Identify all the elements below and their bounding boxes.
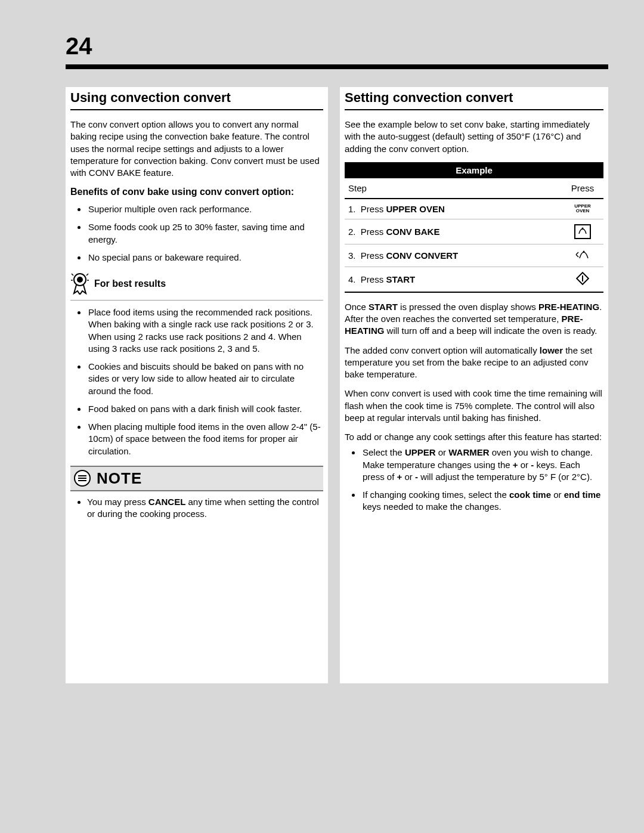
text: is pressed the oven display shows — [398, 302, 538, 312]
note-text: You may press — [87, 497, 148, 507]
start-icon — [576, 277, 589, 287]
upper-oven-icon: UPPEROVEN — [574, 204, 591, 213]
step-num: 2. — [348, 227, 356, 237]
conv-convert-icon — [575, 252, 590, 262]
list-item: Superior multiple oven rack performance. — [87, 203, 323, 215]
note-item: You may press CANCEL any time when setti… — [87, 496, 323, 521]
note-header: NOTE — [70, 466, 323, 491]
step-bold: CONV BAKE — [386, 227, 439, 237]
text: Select the — [363, 447, 405, 457]
step-pre: Press — [361, 204, 386, 214]
note-body: You may press CANCEL any time when setti… — [70, 491, 323, 525]
step-pre: Press — [361, 227, 386, 237]
text: will turn off and a beep will indicate t… — [384, 326, 597, 336]
bold: + — [513, 460, 518, 470]
page-number: 24 — [66, 33, 608, 60]
list-item: Some foods cook up 25 to 30% faster, sav… — [87, 221, 323, 246]
col-step: Step — [345, 178, 562, 199]
list-item: No special pans or bakeware required. — [87, 252, 323, 264]
step-num: 3. — [348, 250, 356, 261]
text: or — [436, 447, 449, 457]
top-rule — [66, 64, 608, 69]
example-table: Example Step Press 1. Press UPPER OVEN U… — [345, 162, 603, 293]
text: will adjust the temperature by 5° F (or … — [418, 472, 592, 482]
step-num: 1. — [348, 204, 356, 214]
press-cell — [562, 244, 603, 267]
best-results-list: Place food items using the recommended r… — [70, 306, 323, 457]
using-convection-title: Using convection convert — [70, 90, 323, 110]
setting-convection-intro: See the example below to set conv bake, … — [345, 119, 603, 155]
col-press: Press — [562, 178, 603, 199]
table-row: 1. Press UPPER OVEN UPPEROVEN — [345, 199, 603, 219]
best-results-heading: For best results — [94, 278, 166, 290]
svg-point-2 — [582, 227, 584, 229]
list-item: If changing cooking times, select the co… — [361, 489, 603, 513]
svg-point-1 — [77, 277, 83, 283]
press-cell — [562, 219, 603, 244]
two-column-layout: Using convection convert The conv conver… — [66, 87, 608, 683]
change-settings-list: Select the UPPER or WARMER oven you wish… — [345, 447, 603, 513]
using-convection-intro: The conv convert option allows you to co… — [70, 119, 323, 179]
para-lower: The added conv convert option will autom… — [345, 345, 603, 381]
right-column: Setting convection convert See the examp… — [340, 87, 608, 683]
step-cell: 2. Press CONV BAKE — [345, 219, 562, 244]
bold: START — [369, 302, 398, 312]
list-item: Food baked on pans with a dark finish wi… — [87, 403, 323, 415]
bold: + — [397, 472, 402, 482]
example-header: Example — [345, 162, 603, 178]
step-cell: 3. Press CONV CONVERT — [345, 244, 562, 267]
step-pre: Press — [361, 250, 386, 261]
left-column: Using convection convert The conv conver… — [66, 87, 328, 683]
note-box: NOTE You may press CANCEL any time when … — [70, 466, 323, 525]
benefits-list: Superior multiple oven rack performance.… — [70, 203, 323, 264]
text: If changing cooking times, select the — [363, 490, 509, 500]
step-pre: Press — [361, 274, 386, 284]
text: Once — [345, 302, 369, 312]
step-bold: START — [386, 274, 415, 284]
bold: WARMER — [448, 447, 489, 457]
note-icon — [74, 470, 91, 487]
list-item: When placing multiple food items in the … — [87, 421, 323, 457]
note-title: NOTE — [97, 469, 142, 488]
list-item: Select the UPPER or WARMER oven you wish… — [361, 447, 603, 483]
cancel-label: CANCEL — [148, 497, 186, 507]
step-bold: UPPER OVEN — [386, 204, 444, 214]
text: or — [551, 490, 564, 500]
table-row: 4. Press START — [345, 267, 603, 292]
text: or — [518, 460, 531, 470]
list-item: Cookies and biscuits should be baked on … — [87, 361, 323, 397]
table-row: 2. Press CONV BAKE — [345, 219, 603, 244]
para-change-intro: To add or change any cook settings after… — [345, 431, 603, 443]
bold: lower — [540, 345, 563, 355]
bold: end time — [564, 490, 601, 500]
setting-convection-title: Setting convection convert — [345, 90, 603, 110]
table-row: 3. Press CONV CONVERT — [345, 244, 603, 267]
step-bold: CONV CONVERT — [386, 250, 458, 261]
text: keys needed to make the changes. — [363, 501, 501, 512]
svg-point-3 — [583, 250, 585, 252]
bold: cook time — [509, 490, 551, 500]
press-cell — [562, 267, 603, 292]
text: The added conv convert option will autom… — [345, 345, 540, 355]
para-cooktime: When conv convert is used with cook time… — [345, 388, 603, 424]
step-cell: 1. Press UPPER OVEN — [345, 199, 562, 219]
text: or — [402, 472, 415, 482]
step-cell: 4. Press START — [345, 267, 562, 292]
para-preheating: Once START is pressed the oven display s… — [345, 301, 603, 337]
bold: UPPER — [405, 447, 436, 457]
press-cell: UPPEROVEN — [562, 199, 603, 219]
bold: PRE-HEATING — [538, 302, 599, 312]
step-num: 4. — [348, 274, 356, 284]
ribbon-icon — [70, 272, 89, 296]
benefits-heading: Benefits of conv bake using conv convert… — [70, 186, 323, 199]
best-results-heading-row: For best results — [70, 272, 323, 301]
conv-bake-icon — [574, 224, 591, 239]
list-item: Place food items using the recommended r… — [87, 306, 323, 355]
